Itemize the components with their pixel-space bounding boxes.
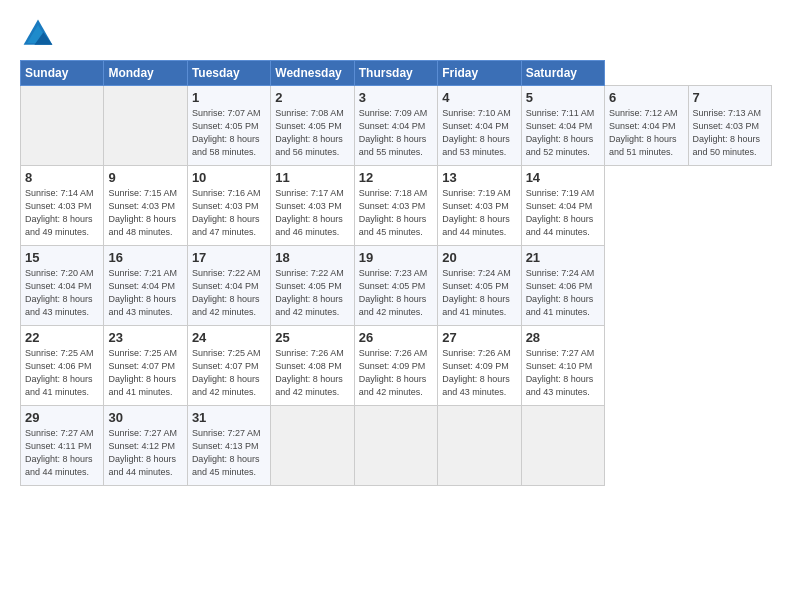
day-info: Sunrise: 7:20 AMSunset: 4:04 PMDaylight:… (25, 267, 99, 319)
day-info: Sunrise: 7:22 AMSunset: 4:04 PMDaylight:… (192, 267, 266, 319)
logo-icon (20, 16, 56, 52)
calendar-day: 5Sunrise: 7:11 AMSunset: 4:04 PMDaylight… (521, 86, 604, 166)
calendar-day: 16Sunrise: 7:21 AMSunset: 4:04 PMDayligh… (104, 246, 187, 326)
day-number: 11 (275, 170, 349, 185)
day-info: Sunrise: 7:19 AMSunset: 4:04 PMDaylight:… (526, 187, 600, 239)
calendar-day: 1Sunrise: 7:07 AMSunset: 4:05 PMDaylight… (187, 86, 270, 166)
day-number: 2 (275, 90, 349, 105)
empty-cell (21, 86, 104, 166)
day-number: 16 (108, 250, 182, 265)
calendar-day (438, 406, 521, 486)
header (20, 16, 772, 52)
day-number: 23 (108, 330, 182, 345)
day-info: Sunrise: 7:09 AMSunset: 4:04 PMDaylight:… (359, 107, 433, 159)
day-number: 15 (25, 250, 99, 265)
day-header-tuesday: Tuesday (187, 61, 270, 86)
day-info: Sunrise: 7:15 AMSunset: 4:03 PMDaylight:… (108, 187, 182, 239)
day-info: Sunrise: 7:16 AMSunset: 4:03 PMDaylight:… (192, 187, 266, 239)
day-info: Sunrise: 7:12 AMSunset: 4:04 PMDaylight:… (609, 107, 683, 159)
calendar-day: 25Sunrise: 7:26 AMSunset: 4:08 PMDayligh… (271, 326, 354, 406)
calendar-day: 6Sunrise: 7:12 AMSunset: 4:04 PMDaylight… (605, 86, 688, 166)
day-info: Sunrise: 7:26 AMSunset: 4:09 PMDaylight:… (359, 347, 433, 399)
day-info: Sunrise: 7:17 AMSunset: 4:03 PMDaylight:… (275, 187, 349, 239)
day-header-saturday: Saturday (521, 61, 604, 86)
day-info: Sunrise: 7:11 AMSunset: 4:04 PMDaylight:… (526, 107, 600, 159)
calendar-day: 18Sunrise: 7:22 AMSunset: 4:05 PMDayligh… (271, 246, 354, 326)
day-info: Sunrise: 7:25 AMSunset: 4:07 PMDaylight:… (192, 347, 266, 399)
calendar-day: 21Sunrise: 7:24 AMSunset: 4:06 PMDayligh… (521, 246, 604, 326)
calendar-day: 9Sunrise: 7:15 AMSunset: 4:03 PMDaylight… (104, 166, 187, 246)
day-number: 1 (192, 90, 266, 105)
day-info: Sunrise: 7:27 AMSunset: 4:11 PMDaylight:… (25, 427, 99, 479)
calendar-header-row: SundayMondayTuesdayWednesdayThursdayFrid… (21, 61, 772, 86)
day-number: 25 (275, 330, 349, 345)
day-info: Sunrise: 7:23 AMSunset: 4:05 PMDaylight:… (359, 267, 433, 319)
day-info: Sunrise: 7:25 AMSunset: 4:07 PMDaylight:… (108, 347, 182, 399)
day-number: 12 (359, 170, 433, 185)
calendar-day: 11Sunrise: 7:17 AMSunset: 4:03 PMDayligh… (271, 166, 354, 246)
day-number: 5 (526, 90, 600, 105)
day-header-friday: Friday (438, 61, 521, 86)
day-number: 10 (192, 170, 266, 185)
calendar-week-1: 1Sunrise: 7:07 AMSunset: 4:05 PMDaylight… (21, 86, 772, 166)
day-number: 27 (442, 330, 516, 345)
calendar-day: 14Sunrise: 7:19 AMSunset: 4:04 PMDayligh… (521, 166, 604, 246)
day-number: 4 (442, 90, 516, 105)
calendar-day: 2Sunrise: 7:08 AMSunset: 4:05 PMDaylight… (271, 86, 354, 166)
calendar-week-4: 22Sunrise: 7:25 AMSunset: 4:06 PMDayligh… (21, 326, 772, 406)
day-number: 24 (192, 330, 266, 345)
calendar-day: 8Sunrise: 7:14 AMSunset: 4:03 PMDaylight… (21, 166, 104, 246)
day-number: 7 (693, 90, 768, 105)
calendar-day: 17Sunrise: 7:22 AMSunset: 4:04 PMDayligh… (187, 246, 270, 326)
day-number: 22 (25, 330, 99, 345)
day-info: Sunrise: 7:24 AMSunset: 4:05 PMDaylight:… (442, 267, 516, 319)
day-number: 20 (442, 250, 516, 265)
day-number: 14 (526, 170, 600, 185)
day-header-wednesday: Wednesday (271, 61, 354, 86)
calendar-day: 4Sunrise: 7:10 AMSunset: 4:04 PMDaylight… (438, 86, 521, 166)
calendar-day (271, 406, 354, 486)
day-info: Sunrise: 7:10 AMSunset: 4:04 PMDaylight:… (442, 107, 516, 159)
main-container: SundayMondayTuesdayWednesdayThursdayFrid… (0, 0, 792, 612)
calendar-day: 23Sunrise: 7:25 AMSunset: 4:07 PMDayligh… (104, 326, 187, 406)
calendar-day: 30Sunrise: 7:27 AMSunset: 4:12 PMDayligh… (104, 406, 187, 486)
day-number: 26 (359, 330, 433, 345)
day-header-thursday: Thursday (354, 61, 437, 86)
calendar-table: SundayMondayTuesdayWednesdayThursdayFrid… (20, 60, 772, 486)
calendar-day: 27Sunrise: 7:26 AMSunset: 4:09 PMDayligh… (438, 326, 521, 406)
day-info: Sunrise: 7:25 AMSunset: 4:06 PMDaylight:… (25, 347, 99, 399)
empty-cell (104, 86, 187, 166)
calendar-week-5: 29Sunrise: 7:27 AMSunset: 4:11 PMDayligh… (21, 406, 772, 486)
calendar-day: 3Sunrise: 7:09 AMSunset: 4:04 PMDaylight… (354, 86, 437, 166)
day-info: Sunrise: 7:26 AMSunset: 4:09 PMDaylight:… (442, 347, 516, 399)
calendar-day: 29Sunrise: 7:27 AMSunset: 4:11 PMDayligh… (21, 406, 104, 486)
calendar-day: 10Sunrise: 7:16 AMSunset: 4:03 PMDayligh… (187, 166, 270, 246)
day-info: Sunrise: 7:18 AMSunset: 4:03 PMDaylight:… (359, 187, 433, 239)
calendar-day: 12Sunrise: 7:18 AMSunset: 4:03 PMDayligh… (354, 166, 437, 246)
calendar-day: 7Sunrise: 7:13 AMSunset: 4:03 PMDaylight… (688, 86, 772, 166)
calendar-day: 22Sunrise: 7:25 AMSunset: 4:06 PMDayligh… (21, 326, 104, 406)
day-info: Sunrise: 7:14 AMSunset: 4:03 PMDaylight:… (25, 187, 99, 239)
day-info: Sunrise: 7:27 AMSunset: 4:12 PMDaylight:… (108, 427, 182, 479)
day-number: 8 (25, 170, 99, 185)
calendar-day: 19Sunrise: 7:23 AMSunset: 4:05 PMDayligh… (354, 246, 437, 326)
calendar-day: 15Sunrise: 7:20 AMSunset: 4:04 PMDayligh… (21, 246, 104, 326)
day-info: Sunrise: 7:19 AMSunset: 4:03 PMDaylight:… (442, 187, 516, 239)
day-info: Sunrise: 7:21 AMSunset: 4:04 PMDaylight:… (108, 267, 182, 319)
calendar-day: 26Sunrise: 7:26 AMSunset: 4:09 PMDayligh… (354, 326, 437, 406)
calendar-day (521, 406, 604, 486)
calendar-day (354, 406, 437, 486)
day-info: Sunrise: 7:07 AMSunset: 4:05 PMDaylight:… (192, 107, 266, 159)
day-info: Sunrise: 7:26 AMSunset: 4:08 PMDaylight:… (275, 347, 349, 399)
day-number: 29 (25, 410, 99, 425)
calendar-day: 13Sunrise: 7:19 AMSunset: 4:03 PMDayligh… (438, 166, 521, 246)
day-info: Sunrise: 7:27 AMSunset: 4:10 PMDaylight:… (526, 347, 600, 399)
day-number: 31 (192, 410, 266, 425)
day-number: 17 (192, 250, 266, 265)
calendar-day: 20Sunrise: 7:24 AMSunset: 4:05 PMDayligh… (438, 246, 521, 326)
calendar-day: 24Sunrise: 7:25 AMSunset: 4:07 PMDayligh… (187, 326, 270, 406)
day-header-monday: Monday (104, 61, 187, 86)
calendar-week-3: 15Sunrise: 7:20 AMSunset: 4:04 PMDayligh… (21, 246, 772, 326)
day-number: 6 (609, 90, 683, 105)
calendar-week-2: 8Sunrise: 7:14 AMSunset: 4:03 PMDaylight… (21, 166, 772, 246)
